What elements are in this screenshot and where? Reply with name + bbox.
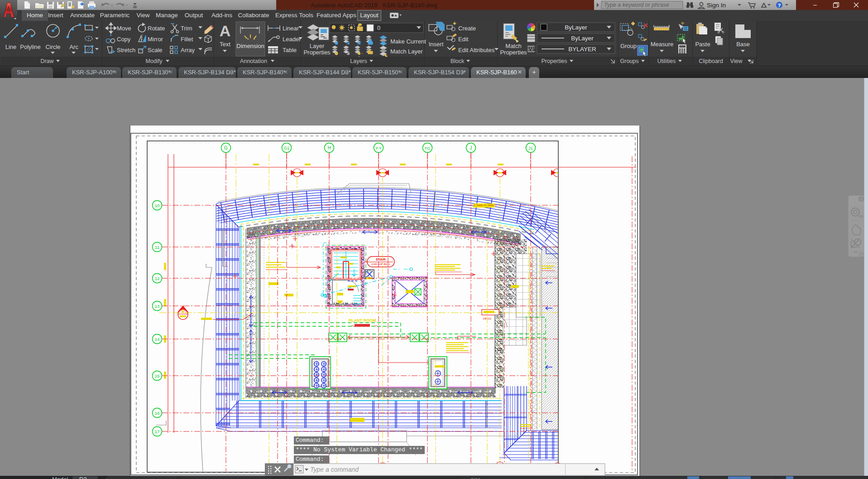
- svg-text:H: H: [327, 145, 331, 150]
- svg-text:Edit Attributes: Edit Attributes: [458, 47, 495, 53]
- svg-text:Type a keyword or phrase: Type a keyword or phrase: [604, 2, 669, 8]
- svg-text:Mirror: Mirror: [148, 36, 163, 43]
- svg-text:Properties: Properties: [500, 49, 527, 56]
- svg-text:Base: Base: [736, 41, 750, 48]
- svg-text:11: 11: [155, 245, 159, 250]
- svg-text:Sign In: Sign In: [707, 2, 726, 9]
- svg-text:STAIR: STAIR: [376, 257, 386, 261]
- svg-text:J: J: [470, 145, 472, 150]
- svg-text:Make Current: Make Current: [390, 38, 426, 45]
- svg-text:ByLayer: ByLayer: [565, 24, 587, 31]
- svg-text:Match: Match: [505, 43, 521, 49]
- svg-text:?: ?: [777, 3, 781, 8]
- svg-text:G1: G1: [284, 146, 289, 150]
- svg-text:13: 13: [155, 304, 160, 309]
- svg-text:Scale: Scale: [148, 47, 163, 53]
- svg-text:Move: Move: [117, 25, 131, 32]
- svg-text:Dimension: Dimension: [236, 43, 264, 49]
- svg-text:G: G: [224, 145, 228, 150]
- svg-text:10: 10: [155, 203, 160, 208]
- svg-text:Table: Table: [283, 47, 297, 53]
- svg-text:ByLayer: ByLayer: [571, 35, 594, 42]
- svg-text:PLANT ROOM: PLANT ROOM: [349, 318, 376, 323]
- svg-text:Stretch: Stretch: [117, 47, 135, 53]
- svg-text:Match Layer: Match Layer: [390, 48, 423, 55]
- svg-text:Trim: Trim: [181, 25, 192, 32]
- svg-text:Fillet: Fillet: [181, 36, 193, 43]
- svg-text:Create: Create: [458, 25, 476, 32]
- svg-text:Leader: Leader: [283, 36, 301, 43]
- svg-text:Model: Model: [52, 476, 68, 479]
- svg-text:Y-Y: Y-Y: [375, 146, 382, 150]
- svg-text:KSR-SJP-B002: KSR-SJP-B002: [371, 263, 390, 266]
- svg-text:Insert: Insert: [429, 41, 444, 48]
- svg-text:BIM: BIM: [471, 477, 480, 479]
- svg-text:Properties: Properties: [303, 49, 331, 56]
- svg-text:A: A: [220, 22, 231, 39]
- svg-text:0: 0: [377, 24, 380, 31]
- svg-text:Linear: Linear: [283, 25, 299, 32]
- svg-text:Arc: Arc: [69, 44, 78, 50]
- svg-text:BYLAYER: BYLAYER: [568, 46, 596, 53]
- svg-text:14: 14: [155, 337, 160, 342]
- svg-text:Type a command: Type a command: [310, 466, 359, 473]
- svg-text:15: 15: [155, 373, 160, 378]
- svg-text:Array: Array: [181, 47, 195, 53]
- svg-text:Rotate: Rotate: [148, 25, 165, 32]
- svg-text:Polyline: Polyline: [20, 44, 41, 50]
- svg-text:Paste: Paste: [695, 41, 710, 48]
- svg-text:Line: Line: [5, 44, 17, 50]
- svg-text:12: 12: [155, 276, 160, 281]
- svg-text:17: 17: [155, 429, 160, 434]
- svg-text:Copy: Copy: [117, 36, 131, 43]
- svg-text:+: +: [105, 476, 109, 479]
- svg-text:Layer: Layer: [310, 43, 325, 49]
- svg-text:Edit: Edit: [458, 36, 469, 43]
- svg-text:Text: Text: [220, 41, 230, 48]
- svg-text:5: 5: [182, 309, 184, 314]
- svg-text:Circle: Circle: [45, 44, 60, 50]
- svg-text:2D: 2D: [858, 214, 863, 218]
- svg-text:Measure: Measure: [651, 41, 674, 48]
- svg-text:16: 16: [155, 411, 160, 416]
- svg-text:J1: J1: [528, 146, 533, 150]
- svg-text:H1: H1: [425, 146, 430, 150]
- svg-text:Group: Group: [620, 43, 637, 49]
- svg-text:D3: D3: [79, 476, 87, 479]
